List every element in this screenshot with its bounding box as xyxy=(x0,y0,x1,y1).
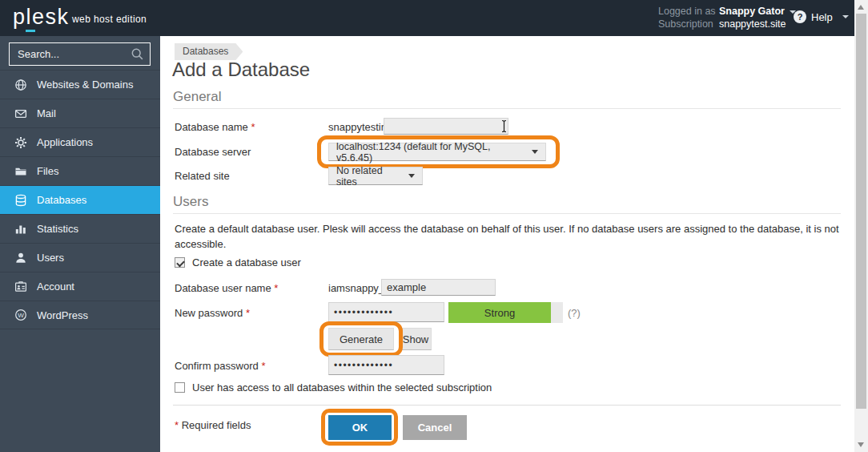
vertical-scrollbar[interactable] xyxy=(854,0,868,452)
sidebar-item-label: Files xyxy=(37,165,58,177)
chevron-down-icon xyxy=(842,15,849,18)
create-database-user-row: Create a database user xyxy=(175,256,301,268)
section-heading-users: Users xyxy=(173,194,208,210)
search-input[interactable] xyxy=(10,48,131,60)
create-database-user-label: Create a database user xyxy=(192,256,301,268)
show-button[interactable]: Show xyxy=(400,328,432,350)
database-user-name-prefix: iamsnappy_ xyxy=(328,282,384,294)
subscription-label: Subscription xyxy=(658,18,719,30)
plesk-logo-accent xyxy=(26,30,35,32)
sidebar-item-label: Applications xyxy=(37,136,93,148)
create-database-user-checkbox[interactable] xyxy=(175,257,185,268)
password-strength-value: Strong xyxy=(448,302,551,323)
database-server-selected-value: localhost:1234 (default for MySQL, v5.6.… xyxy=(336,141,525,163)
required-fields-note: * Required fields xyxy=(175,419,251,431)
section-divider xyxy=(173,108,841,109)
sidebar-item-label: WordPress xyxy=(37,309,88,321)
sidebar-item-statistics[interactable]: Statistics xyxy=(0,214,160,243)
gear-icon xyxy=(14,136,27,149)
plesk-add-database-page: plesk web host edition Logged in as Snap… xyxy=(0,0,868,452)
help-menu[interactable]: ? Help xyxy=(794,10,849,23)
related-site-select[interactable]: No related sites xyxy=(328,167,423,185)
database-name-label: Database name * xyxy=(175,121,255,133)
id-card-icon xyxy=(14,280,27,293)
sidebar-item-databases[interactable]: Databases xyxy=(0,185,160,214)
search-box xyxy=(9,42,151,66)
related-site-selected-value: No related sites xyxy=(336,165,402,188)
sidebar-item-applications[interactable]: Applications xyxy=(0,127,160,156)
subscription-value: snappytest.site xyxy=(719,18,786,30)
sidebar-item-files[interactable]: Files xyxy=(0,156,160,185)
ok-button[interactable]: OK xyxy=(328,415,392,440)
sidebar-item-label: Websites & Domains xyxy=(37,79,133,91)
sidebar-item-label: Users xyxy=(37,252,64,264)
password-hint-link[interactable]: (?) xyxy=(568,307,581,319)
folder-icon xyxy=(14,165,27,178)
wordpress-icon: W xyxy=(14,309,27,321)
sidebar-item-websites-domains[interactable]: Websites & Domains xyxy=(0,70,160,99)
edition-label: web host edition xyxy=(72,14,147,25)
section-divider xyxy=(173,213,841,214)
logged-in-as-label: Logged in as xyxy=(658,5,719,18)
access-all-databases-checkbox[interactable] xyxy=(175,382,185,393)
related-site-label: Related site xyxy=(175,170,230,182)
user-menu[interactable]: Snappy Gator xyxy=(719,5,796,18)
svg-text:W: W xyxy=(18,312,24,319)
sidebar-item-label: Mail xyxy=(37,107,56,119)
sidebar-item-mail[interactable]: Mail xyxy=(0,99,160,127)
scroll-down-arrow-icon[interactable] xyxy=(858,442,864,447)
database-server-label: Database server xyxy=(175,146,251,158)
database-user-name-label: Database user name * xyxy=(175,282,278,294)
database-icon xyxy=(14,194,27,207)
help-label: Help xyxy=(811,11,833,23)
user-icon xyxy=(14,252,27,264)
account-info: Logged in as Snappy Gator Subscription s… xyxy=(658,5,796,30)
footer-divider xyxy=(173,405,841,406)
help-icon: ? xyxy=(794,10,806,23)
top-bar: plesk web host edition Logged in as Snap… xyxy=(0,0,854,36)
sidebar-item-label: Statistics xyxy=(37,223,78,235)
scrollbar-thumb[interactable] xyxy=(856,14,866,409)
sidebar-item-label: Account xyxy=(37,280,74,293)
plesk-logo: plesk xyxy=(13,5,70,30)
scroll-up-arrow-icon[interactable] xyxy=(858,5,864,10)
new-password-input[interactable] xyxy=(328,302,444,322)
database-server-select[interactable]: localhost:1234 (default for MySQL, v5.6.… xyxy=(328,143,546,161)
database-name-input[interactable] xyxy=(384,118,508,135)
sidebar: Websites & Domains Mail Applications Fil… xyxy=(0,36,160,452)
bar-chart-icon xyxy=(14,223,27,236)
users-description: Create a default database user. Plesk wi… xyxy=(175,221,841,252)
select-arrow-icon xyxy=(408,174,415,178)
page-title: Add a Database xyxy=(172,59,310,81)
sidebar-nav: Websites & Domains Mail Applications Fil… xyxy=(0,70,160,329)
cancel-button[interactable]: Cancel xyxy=(403,415,467,440)
mail-icon xyxy=(14,107,27,120)
sidebar-item-label: Databases xyxy=(37,194,86,206)
generate-button[interactable]: Generate xyxy=(328,328,394,350)
sidebar-item-users[interactable]: Users xyxy=(0,243,160,272)
globe-icon xyxy=(14,79,27,91)
access-all-databases-row: User has access to all databases within … xyxy=(175,381,492,393)
sidebar-item-wordpress[interactable]: W WordPress xyxy=(0,301,160,329)
text-cursor-icon xyxy=(500,119,509,136)
confirm-password-label: Confirm password * xyxy=(175,360,265,372)
breadcrumb[interactable]: Databases xyxy=(175,43,243,60)
section-heading-general: General xyxy=(173,89,221,105)
access-all-databases-label: User has access to all databases within … xyxy=(192,381,492,393)
search-icon[interactable] xyxy=(131,47,144,61)
confirm-password-input[interactable] xyxy=(328,355,444,375)
select-arrow-icon xyxy=(532,150,538,154)
password-strength-meter: Strong xyxy=(448,302,563,323)
new-password-label: New password * xyxy=(175,307,250,319)
database-user-name-input[interactable] xyxy=(381,279,496,296)
sidebar-item-account[interactable]: Account xyxy=(0,272,160,301)
